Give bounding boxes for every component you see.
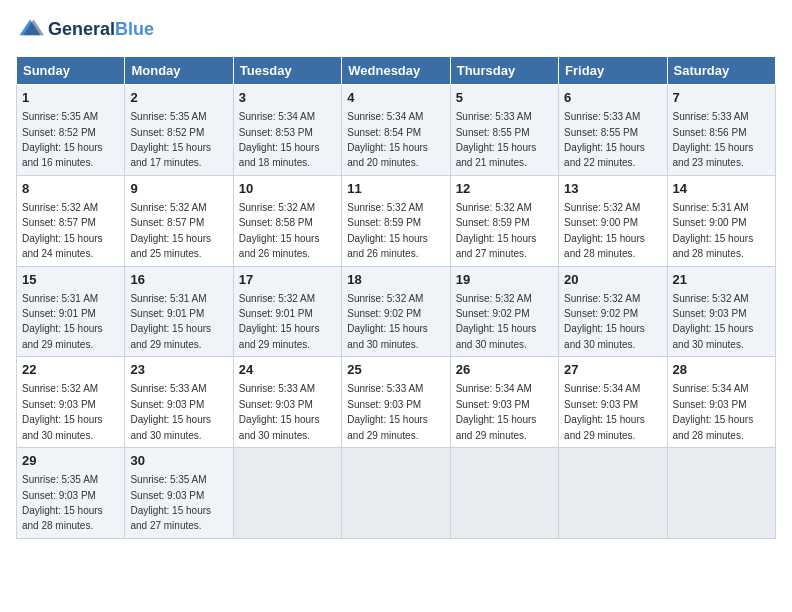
sunset: Sunset: 9:03 PM [673, 308, 747, 319]
calendar-cell: 8Sunrise: 5:32 AMSunset: 8:57 PMDaylight… [17, 175, 125, 266]
daylight: Daylight: 15 hours and 28 minutes. [22, 505, 103, 531]
calendar-cell: 4Sunrise: 5:34 AMSunset: 8:54 PMDaylight… [342, 85, 450, 176]
daylight: Daylight: 15 hours and 16 minutes. [22, 142, 103, 168]
weekday-header-tuesday: Tuesday [233, 57, 341, 85]
calendar-cell: 12Sunrise: 5:32 AMSunset: 8:59 PMDayligh… [450, 175, 558, 266]
sunrise: Sunrise: 5:31 AM [130, 293, 206, 304]
sunrise: Sunrise: 5:33 AM [239, 383, 315, 394]
sunset: Sunset: 9:02 PM [347, 308, 421, 319]
sunrise: Sunrise: 5:33 AM [130, 383, 206, 394]
calendar-cell [667, 448, 775, 539]
calendar-cell: 20Sunrise: 5:32 AMSunset: 9:02 PMDayligh… [559, 266, 667, 357]
daylight: Daylight: 15 hours and 30 minutes. [22, 414, 103, 440]
day-number: 8 [22, 180, 119, 198]
calendar-cell: 29Sunrise: 5:35 AMSunset: 9:03 PMDayligh… [17, 448, 125, 539]
sunrise: Sunrise: 5:34 AM [456, 383, 532, 394]
calendar-cell [450, 448, 558, 539]
calendar-cell: 15Sunrise: 5:31 AMSunset: 9:01 PMDayligh… [17, 266, 125, 357]
daylight: Daylight: 15 hours and 30 minutes. [130, 414, 211, 440]
day-number: 12 [456, 180, 553, 198]
daylight: Daylight: 15 hours and 28 minutes. [673, 414, 754, 440]
sunset: Sunset: 9:03 PM [347, 399, 421, 410]
day-number: 25 [347, 361, 444, 379]
day-number: 4 [347, 89, 444, 107]
calendar-cell: 1Sunrise: 5:35 AMSunset: 8:52 PMDaylight… [17, 85, 125, 176]
sunrise: Sunrise: 5:32 AM [564, 293, 640, 304]
sunrise: Sunrise: 5:32 AM [239, 293, 315, 304]
sunset: Sunset: 9:02 PM [564, 308, 638, 319]
sunrise: Sunrise: 5:32 AM [347, 293, 423, 304]
daylight: Daylight: 15 hours and 30 minutes. [456, 323, 537, 349]
weekday-header-wednesday: Wednesday [342, 57, 450, 85]
sunrise: Sunrise: 5:32 AM [673, 293, 749, 304]
daylight: Daylight: 15 hours and 28 minutes. [564, 233, 645, 259]
calendar-week-2: 8Sunrise: 5:32 AMSunset: 8:57 PMDaylight… [17, 175, 776, 266]
sunrise: Sunrise: 5:34 AM [347, 111, 423, 122]
day-number: 30 [130, 452, 227, 470]
logo-text: GeneralBlue [48, 20, 154, 40]
day-number: 10 [239, 180, 336, 198]
sunrise: Sunrise: 5:32 AM [22, 383, 98, 394]
calendar-cell: 16Sunrise: 5:31 AMSunset: 9:01 PMDayligh… [125, 266, 233, 357]
day-number: 27 [564, 361, 661, 379]
daylight: Daylight: 15 hours and 26 minutes. [239, 233, 320, 259]
daylight: Daylight: 15 hours and 29 minutes. [564, 414, 645, 440]
calendar-cell: 25Sunrise: 5:33 AMSunset: 9:03 PMDayligh… [342, 357, 450, 448]
calendar-week-5: 29Sunrise: 5:35 AMSunset: 9:03 PMDayligh… [17, 448, 776, 539]
daylight: Daylight: 15 hours and 24 minutes. [22, 233, 103, 259]
daylight: Daylight: 15 hours and 29 minutes. [239, 323, 320, 349]
calendar-cell: 23Sunrise: 5:33 AMSunset: 9:03 PMDayligh… [125, 357, 233, 448]
daylight: Daylight: 15 hours and 30 minutes. [673, 323, 754, 349]
daylight: Daylight: 15 hours and 28 minutes. [673, 233, 754, 259]
calendar-cell: 7Sunrise: 5:33 AMSunset: 8:56 PMDaylight… [667, 85, 775, 176]
logo: GeneralBlue [16, 16, 154, 44]
daylight: Daylight: 15 hours and 21 minutes. [456, 142, 537, 168]
daylight: Daylight: 15 hours and 29 minutes. [130, 323, 211, 349]
day-number: 26 [456, 361, 553, 379]
calendar-week-3: 15Sunrise: 5:31 AMSunset: 9:01 PMDayligh… [17, 266, 776, 357]
day-number: 29 [22, 452, 119, 470]
day-number: 28 [673, 361, 770, 379]
daylight: Daylight: 15 hours and 29 minutes. [22, 323, 103, 349]
calendar-cell [233, 448, 341, 539]
sunset: Sunset: 8:58 PM [239, 217, 313, 228]
calendar-cell: 27Sunrise: 5:34 AMSunset: 9:03 PMDayligh… [559, 357, 667, 448]
day-number: 7 [673, 89, 770, 107]
sunrise: Sunrise: 5:32 AM [564, 202, 640, 213]
sunset: Sunset: 9:03 PM [239, 399, 313, 410]
weekday-header-friday: Friday [559, 57, 667, 85]
sunrise: Sunrise: 5:34 AM [673, 383, 749, 394]
calendar-table: SundayMondayTuesdayWednesdayThursdayFrid… [16, 56, 776, 539]
sunset: Sunset: 9:03 PM [456, 399, 530, 410]
daylight: Daylight: 15 hours and 26 minutes. [347, 233, 428, 259]
sunset: Sunset: 8:57 PM [22, 217, 96, 228]
daylight: Daylight: 15 hours and 22 minutes. [564, 142, 645, 168]
sunset: Sunset: 9:01 PM [130, 308, 204, 319]
day-number: 1 [22, 89, 119, 107]
day-number: 11 [347, 180, 444, 198]
sunset: Sunset: 8:55 PM [564, 127, 638, 138]
day-number: 17 [239, 271, 336, 289]
calendar-cell: 28Sunrise: 5:34 AMSunset: 9:03 PMDayligh… [667, 357, 775, 448]
page-header: GeneralBlue [16, 16, 776, 44]
day-number: 5 [456, 89, 553, 107]
day-number: 18 [347, 271, 444, 289]
day-number: 21 [673, 271, 770, 289]
sunset: Sunset: 8:59 PM [456, 217, 530, 228]
sunset: Sunset: 9:03 PM [130, 490, 204, 501]
sunset: Sunset: 8:54 PM [347, 127, 421, 138]
calendar-week-1: 1Sunrise: 5:35 AMSunset: 8:52 PMDaylight… [17, 85, 776, 176]
calendar-cell: 6Sunrise: 5:33 AMSunset: 8:55 PMDaylight… [559, 85, 667, 176]
sunrise: Sunrise: 5:35 AM [130, 474, 206, 485]
day-number: 13 [564, 180, 661, 198]
sunrise: Sunrise: 5:32 AM [456, 202, 532, 213]
calendar-cell: 18Sunrise: 5:32 AMSunset: 9:02 PMDayligh… [342, 266, 450, 357]
calendar-cell: 14Sunrise: 5:31 AMSunset: 9:00 PMDayligh… [667, 175, 775, 266]
day-number: 6 [564, 89, 661, 107]
calendar-cell: 22Sunrise: 5:32 AMSunset: 9:03 PMDayligh… [17, 357, 125, 448]
sunset: Sunset: 9:00 PM [564, 217, 638, 228]
daylight: Daylight: 15 hours and 18 minutes. [239, 142, 320, 168]
calendar-cell: 5Sunrise: 5:33 AMSunset: 8:55 PMDaylight… [450, 85, 558, 176]
calendar-cell: 30Sunrise: 5:35 AMSunset: 9:03 PMDayligh… [125, 448, 233, 539]
sunrise: Sunrise: 5:34 AM [564, 383, 640, 394]
